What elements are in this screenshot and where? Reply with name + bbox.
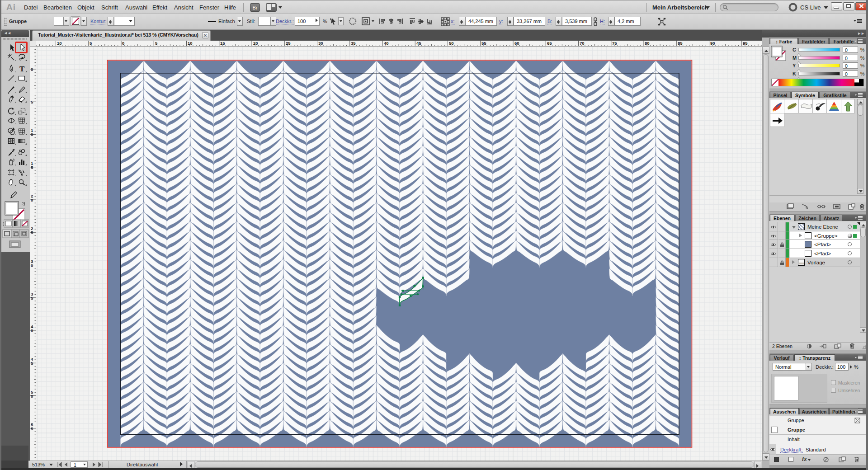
svg-text:95: 95 <box>743 41 748 46</box>
svg-text:40: 40 <box>384 41 389 46</box>
svg-text:15: 15 <box>220 41 225 46</box>
svg-text:5: 5 <box>31 426 33 431</box>
svg-text:85: 85 <box>678 41 683 46</box>
svg-text:T: T <box>19 65 25 73</box>
svg-text:70: 70 <box>580 41 585 46</box>
svg-text:90: 90 <box>710 41 715 46</box>
svg-text:20: 20 <box>253 41 258 46</box>
svg-text:10: 10 <box>188 41 193 46</box>
svg-text:80: 80 <box>645 41 650 46</box>
svg-text:5: 5 <box>31 230 33 235</box>
svg-text:0: 0 <box>31 328 33 333</box>
svg-text:60: 60 <box>514 41 519 46</box>
svg-text:5: 5 <box>31 296 33 301</box>
svg-text:0: 0 <box>31 197 33 202</box>
svg-text:0: 0 <box>122 41 124 46</box>
svg-text:5: 5 <box>31 361 33 366</box>
svg-text:5: 5 <box>155 41 158 46</box>
svg-text:5: 5 <box>31 99 33 104</box>
svg-text:75: 75 <box>612 41 617 46</box>
svg-text:10: 10 <box>57 41 62 46</box>
svg-text:30: 30 <box>318 41 323 46</box>
svg-text:5: 5 <box>31 165 33 170</box>
svg-text:0: 0 <box>31 394 33 399</box>
svg-text:55: 55 <box>481 41 486 46</box>
svg-text:0: 0 <box>31 263 33 268</box>
svg-text:5: 5 <box>90 41 92 46</box>
svg-text:35: 35 <box>351 41 356 46</box>
svg-text:0: 0 <box>31 67 33 72</box>
svg-text:0: 0 <box>31 132 33 137</box>
svg-text:25: 25 <box>286 41 291 46</box>
svg-text:65: 65 <box>547 41 552 46</box>
svg-text:50: 50 <box>449 41 454 46</box>
svg-text:45: 45 <box>416 41 421 46</box>
